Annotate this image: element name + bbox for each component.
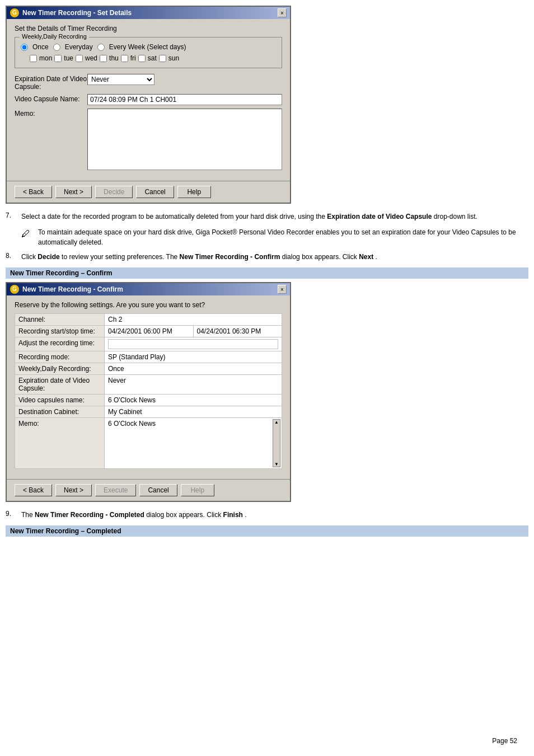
confirm-cabinet-value: My Cabinet xyxy=(105,406,282,417)
step-9-bold2: Finish xyxy=(223,511,243,519)
execute-button[interactable]: Execute xyxy=(95,484,136,496)
step-9-bold1: New Timer Recording - Completed xyxy=(35,511,144,519)
confirm-weekly-label: Weekly,Daily Recording: xyxy=(15,363,105,374)
confirm-memo-label: Memo: xyxy=(15,418,105,468)
confirm-adjust-label: Adjust the recording time: xyxy=(15,337,105,351)
radio-everyday[interactable] xyxy=(53,44,60,51)
label-fri: fri xyxy=(130,54,136,62)
step-8-text4: . xyxy=(376,253,377,261)
help-button-1[interactable]: Help xyxy=(177,186,211,198)
back-button-1[interactable]: < Back xyxy=(15,186,52,198)
note-icon: 🖊 xyxy=(21,227,35,247)
capsule-name-label: Video Capsule Name: xyxy=(15,94,87,103)
confirm-close-button[interactable]: × xyxy=(278,285,287,294)
expiration-select[interactable]: Never xyxy=(87,74,154,85)
confirm-titlebar-left: G New Timer Recording - Confirm xyxy=(10,285,123,294)
confirm-mode-label: Recording mode: xyxy=(15,351,105,363)
step-7-text1: Select a date for the recorded program t… xyxy=(21,213,325,220)
confirm-time-start: 04/24/2001 06:00 PM xyxy=(105,326,194,337)
step-8-text1: Click xyxy=(21,253,36,261)
step-8-text2: to review your setting preferences. The xyxy=(62,253,177,261)
confirm-capsule-value: 6 O'Clock News xyxy=(105,395,282,406)
capsule-name-field-row: Video Capsule Name: xyxy=(15,94,282,105)
step-8: 8. Click Decide to review your setting p… xyxy=(6,252,528,262)
next-button-1[interactable]: Next > xyxy=(55,186,92,198)
step-8-text3: dialog box appears. Click xyxy=(282,253,357,261)
step-8-bold2: New Timer Recording - Confirm xyxy=(180,253,280,261)
confirm-time-label: Recording start/stop time: xyxy=(15,326,105,337)
back-button-2[interactable]: < Back xyxy=(15,484,52,496)
note-block: 🖊 To maintain adequate space on your har… xyxy=(21,227,528,247)
confirm-channel-label: Channel: xyxy=(15,314,105,325)
step-9-text1: The xyxy=(21,511,33,519)
step-7-bold: Expiration date of Video Capsule xyxy=(327,213,432,220)
step-8-bold3: Next xyxy=(359,253,373,261)
set-details-dialog: G New Timer Recording - Set Details × Se… xyxy=(6,6,291,204)
group-title: Weekly,Daily Recording xyxy=(20,33,89,40)
memo-value xyxy=(87,109,282,172)
confirm-title: New Timer Recording - Confirm xyxy=(22,285,123,293)
step-7-number: 7. xyxy=(6,212,17,222)
section2-header: New Timer Recording – Confirm xyxy=(6,267,528,279)
label-sat: sat xyxy=(148,54,157,62)
confirm-row-channel: Channel: Ch 2 xyxy=(15,314,282,326)
help-button-2[interactable]: Help xyxy=(181,484,214,496)
title-icon: G xyxy=(10,8,19,17)
decide-button[interactable]: Decide xyxy=(95,186,133,198)
radio-everyweek[interactable] xyxy=(97,44,105,51)
check-fri[interactable] xyxy=(121,55,128,62)
note-text: To maintain adequate space on your hard … xyxy=(38,227,528,247)
label-sun: sun xyxy=(168,54,179,62)
step-8-text: Click Decide to review your setting pref… xyxy=(21,252,377,262)
next-button-2[interactable]: Next > xyxy=(55,484,92,496)
check-sat[interactable] xyxy=(138,55,146,62)
set-details-body: Set the Details of Timer Recording Weekl… xyxy=(7,19,290,181)
confirm-row-expiration: Expiration date of Video Capsule: Never xyxy=(15,375,282,395)
confirm-titlebar: G New Timer Recording - Confirm × xyxy=(7,283,290,295)
confirm-expiration-value: Never xyxy=(105,375,282,394)
titlebar-left: G New Timer Recording - Set Details xyxy=(10,8,132,17)
memo-textarea[interactable] xyxy=(87,109,282,170)
check-tue[interactable] xyxy=(54,55,62,62)
set-details-close-button[interactable]: × xyxy=(278,8,287,17)
check-mon[interactable] xyxy=(30,55,37,62)
label-tue: tue xyxy=(64,54,73,62)
set-details-titlebar: G New Timer Recording - Set Details × xyxy=(7,7,290,19)
step-9-text2: dialog box appears. Click xyxy=(146,511,221,519)
check-thu[interactable] xyxy=(100,55,107,62)
cancel-button-1[interactable]: Cancel xyxy=(136,186,174,198)
memo-scrollbar[interactable]: ▲ ▼ xyxy=(273,419,280,467)
confirm-memo-text: 6 O'Clock News xyxy=(105,418,282,429)
memo-label: Memo: xyxy=(15,109,87,118)
confirm-channel-value: Ch 2 xyxy=(105,314,282,325)
radio-row: Once Everyday Every Week (Select days) xyxy=(21,43,276,51)
confirm-row-cabinet: Destination Cabinet: My Cabinet xyxy=(15,406,282,418)
step-9-text3: . xyxy=(245,511,246,519)
memo-field-row: Memo: xyxy=(15,109,282,172)
cancel-button-2[interactable]: Cancel xyxy=(139,484,177,496)
step-7-text: Select a date for the recorded program t… xyxy=(21,212,477,222)
check-sun[interactable] xyxy=(159,55,166,62)
radio-once-label: Once xyxy=(32,43,49,51)
radio-everyweek-label: Every Week (Select days) xyxy=(109,43,186,51)
check-wed[interactable] xyxy=(76,55,83,62)
weekly-daily-group: Weekly,Daily Recording Once Everyday Eve… xyxy=(15,37,282,68)
confirm-time-stop: 04/24/2001 06:30 PM xyxy=(194,326,282,337)
set-details-title: New Timer Recording - Set Details xyxy=(22,9,132,17)
confirm-table: Channel: Ch 2 Recording start/stop time:… xyxy=(15,313,282,469)
confirm-expiration-label: Expiration date of Video Capsule: xyxy=(15,375,105,394)
step-8-bold1: Decide xyxy=(38,253,59,261)
capsule-name-input[interactable] xyxy=(87,94,282,105)
confirm-row-mode: Recording mode: SP (Standard Play) xyxy=(15,351,282,363)
confirm-weekly-value: Once xyxy=(105,363,282,374)
step-9-number: 9. xyxy=(6,510,17,520)
confirm-row-time: Recording start/stop time: 04/24/2001 06… xyxy=(15,326,282,337)
label-mon: mon xyxy=(39,54,52,62)
radio-once[interactable] xyxy=(21,44,28,51)
set-details-desc: Set the Details of Timer Recording xyxy=(15,25,282,32)
confirm-memo-value: 6 O'Clock News ▲ ▼ xyxy=(105,418,282,468)
label-wed: wed xyxy=(85,54,97,62)
confirm-dialog: G New Timer Recording - Confirm × Reserv… xyxy=(6,282,291,502)
expiration-label: Expiration Date of Video Capsule: xyxy=(15,74,87,91)
confirm-cabinet-label: Destination Cabinet: xyxy=(15,406,105,417)
